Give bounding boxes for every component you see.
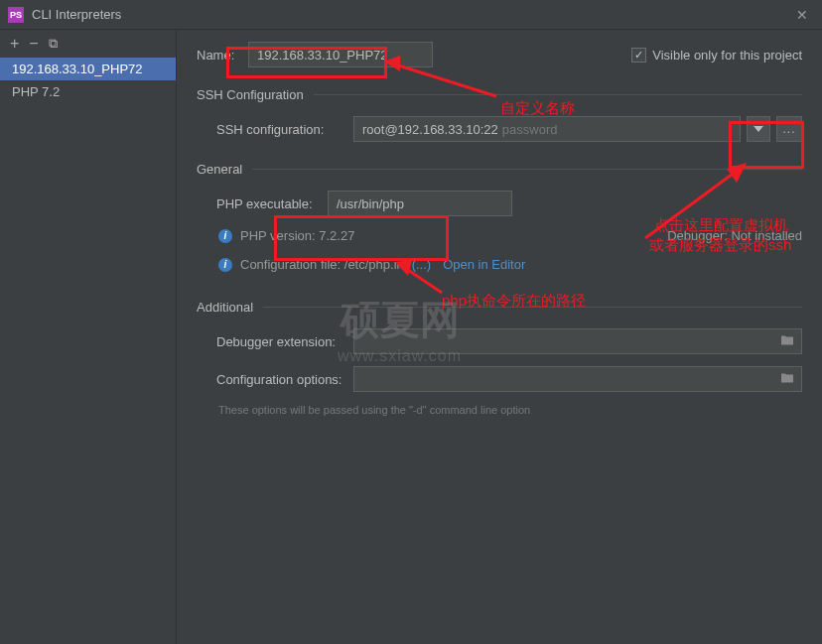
debugger-ext-label: Debugger extension:: [197, 334, 353, 349]
php-exe-row: PHP executable:: [197, 191, 802, 216]
window-title: CLI Interpreters: [32, 7, 790, 22]
add-icon[interactable]: +: [10, 35, 19, 53]
ssh-dropdown-button[interactable]: [747, 116, 770, 142]
config-options-row: Configuration options:: [197, 366, 802, 392]
general-section-title: General: [197, 162, 802, 177]
debugger-status: Debugger: Not installed: [667, 228, 802, 243]
info-icon: i: [218, 258, 232, 272]
config-options-input[interactable]: [353, 366, 802, 392]
app-icon: PS: [8, 7, 24, 23]
ssh-browse-button[interactable]: ...: [776, 116, 802, 142]
ssh-config-input[interactable]: root@192.168.33.10:22 password: [353, 116, 741, 142]
visible-only-checkbox[interactable]: [631, 48, 646, 63]
close-icon[interactable]: ✕: [790, 7, 814, 23]
php-exe-input[interactable]: [328, 191, 512, 216]
php-exe-label: PHP executable:: [197, 196, 328, 211]
config-ellipsis-link[interactable]: (...): [412, 257, 432, 272]
ssh-combo: root@192.168.33.10:22 password ...: [353, 116, 802, 142]
main-area: + − ⧉ 192.168.33.10_PHP72 PHP 7.2 Name: …: [0, 30, 822, 644]
content-panel: Name: Visible only for this project SSH …: [177, 30, 822, 644]
visible-only-label: Visible only for this project: [652, 48, 802, 63]
sidebar-item-label: 192.168.33.10_PHP72: [12, 62, 143, 76]
ssh-value-text: root@192.168.33.10:22: [362, 122, 498, 137]
php-version-text: PHP version: 7.2.27: [240, 228, 354, 243]
sidebar-item-label: PHP 7.2: [12, 84, 60, 99]
name-label: Name:: [197, 48, 248, 63]
sidebar: + − ⧉ 192.168.33.10_PHP72 PHP 7.2: [0, 30, 177, 644]
name-input[interactable]: [248, 42, 433, 67]
config-file-text: Configuration file: /etc/php.ini: [240, 257, 407, 272]
additional-section-title: Additional: [197, 300, 802, 315]
info-icon: i: [218, 229, 232, 243]
debugger-ext-input[interactable]: [353, 328, 802, 354]
titlebar: PS CLI Interpreters ✕: [0, 0, 822, 30]
sidebar-item-2[interactable]: PHP 7.2: [0, 80, 176, 103]
sidebar-item-1[interactable]: 192.168.33.10_PHP72: [0, 58, 176, 80]
ssh-config-row: SSH configuration: root@192.168.33.10:22…: [197, 116, 802, 142]
sidebar-toolbar: + − ⧉: [0, 30, 176, 58]
ssh-section-title: SSH Configuration: [197, 87, 802, 102]
section-label: SSH Configuration: [197, 87, 304, 102]
section-label: Additional: [197, 300, 253, 315]
ssh-config-label: SSH configuration:: [197, 122, 353, 137]
open-in-editor-link[interactable]: Open in Editor: [443, 257, 525, 272]
config-file-info: i Configuration file: /etc/php.ini (...)…: [218, 257, 802, 272]
php-version-info: i PHP version: 7.2.27 Debugger: Not inst…: [218, 228, 802, 243]
name-row: Name: Visible only for this project: [197, 42, 802, 67]
section-label: General: [197, 162, 242, 177]
config-options-label: Configuration options:: [197, 372, 353, 387]
remove-icon[interactable]: −: [29, 35, 38, 53]
ssh-password-hint: password: [502, 122, 558, 137]
options-hint: These options will be passed using the "…: [218, 404, 802, 416]
debugger-ext-row: Debugger extension:: [197, 328, 802, 354]
copy-icon[interactable]: ⧉: [49, 36, 58, 52]
